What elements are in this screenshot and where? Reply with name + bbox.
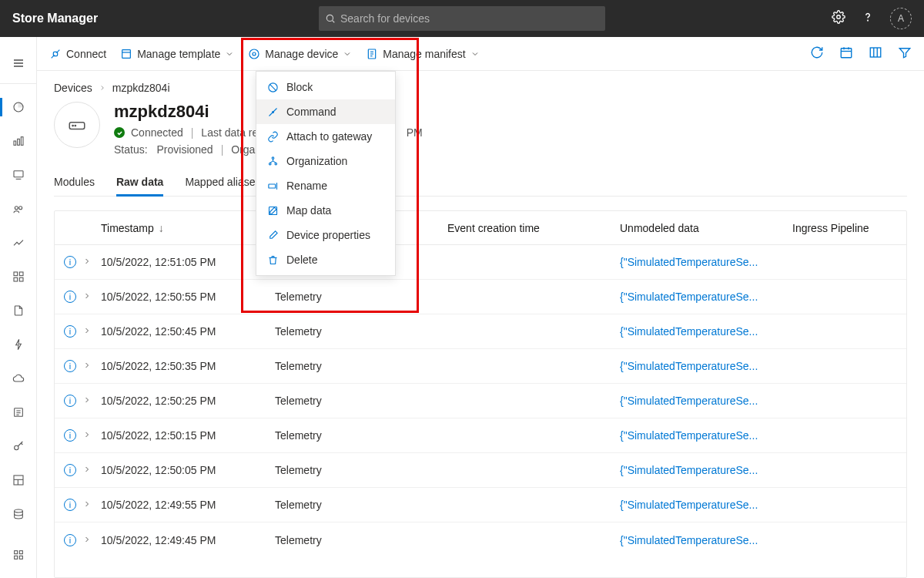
unmodeled-link[interactable]: {"SimulatedTemperatureSe... [620,360,758,372]
last-data-suffix: PM [407,126,423,139]
table-row[interactable]: i 10/5/2022, 12:50:55 PM Telemetry {"Sim… [55,280,906,314]
sidebar-item-list[interactable] [0,395,37,429]
menu-rename[interactable]: Rename [256,173,395,198]
menu-rename-label: Rename [286,180,327,192]
table-row[interactable]: i 10/5/2022, 12:49:45 PM Telemetry {"Sim… [55,523,906,557]
sidebar-item-grid[interactable] [0,260,37,294]
info-icon[interactable]: i [64,256,76,268]
info-icon[interactable]: i [64,464,76,476]
refresh-icon[interactable] [810,45,824,62]
menu-block[interactable]: Block [256,75,395,99]
menu-properties[interactable]: Device properties [256,223,395,247]
avatar-initial: A [898,13,904,24]
avatar[interactable]: A [890,8,912,29]
menu-attach-label: Attach to gateway [286,130,372,143]
expand-icon[interactable] [82,499,92,511]
sidebar-item-apps[interactable] [0,538,37,572]
table-row[interactable]: i 10/5/2022, 12:50:15 PM Telemetry {"Sim… [55,418,906,453]
help-icon[interactable] [861,10,875,27]
expand-icon[interactable] [82,395,92,407]
info-icon[interactable]: i [64,291,76,303]
info-icon[interactable]: i [64,429,76,442]
svg-point-51 [75,125,75,126]
sidebar-item-power[interactable] [0,328,37,361]
menu-attach[interactable]: Attach to gateway [256,124,395,149]
col-timestamp[interactable]: Timestamp↓ [101,222,275,234]
svg-point-2 [837,15,841,19]
meta-sep: | [221,143,224,156]
sidebar-item-key[interactable] [0,429,37,463]
unmodeled-link[interactable]: {"SimulatedTemperatureSe... [620,534,758,546]
unmodeled-link[interactable]: {"SimulatedTemperatureSe... [620,256,758,268]
cell-unmodeled: {"SimulatedTemperatureSe... [620,325,792,338]
svg-rect-24 [14,476,23,485]
sidebar-item-layout[interactable] [0,463,37,497]
manage-manifest-button[interactable]: Manage manifest [366,48,479,60]
unmodeled-link[interactable]: {"SimulatedTemperatureSe... [620,395,758,407]
connect-button[interactable]: Connect [49,48,106,60]
table-row[interactable]: i 10/5/2022, 12:50:45 PM Telemetry {"Sim… [55,314,906,349]
info-icon[interactable]: i [64,395,76,407]
menu-map-data[interactable]: Map data [256,198,395,223]
svg-rect-31 [19,556,22,559]
filter-icon[interactable] [898,45,912,62]
expand-icon[interactable] [82,464,92,476]
expand-icon[interactable] [82,256,92,268]
info-icon[interactable]: i [64,499,76,511]
unmodeled-link[interactable]: {"SimulatedTemperatureSe... [620,429,758,442]
info-icon[interactable]: i [64,534,76,546]
table-row[interactable]: i 10/5/2022, 12:49:55 PM Telemetry {"Sim… [55,488,906,523]
table-row[interactable]: i 10/5/2022, 12:50:25 PM Telemetry {"Sim… [55,384,906,418]
expand-icon[interactable] [82,360,92,372]
svg-point-23 [14,445,18,449]
cell-timestamp: 10/5/2022, 12:50:25 PM [101,395,275,407]
unmodeled-link[interactable]: {"SimulatedTemperatureSe... [620,499,758,511]
menu-command[interactable]: Command [256,99,395,124]
hamburger-icon[interactable] [0,46,36,80]
unmodeled-link[interactable]: {"SimulatedTemperatureSe... [620,291,758,303]
info-icon[interactable]: i [64,325,76,338]
col-event-time[interactable]: Event creation time [447,222,620,234]
svg-rect-15 [14,272,18,276]
info-icon[interactable]: i [64,360,76,372]
menu-delete-label: Delete [286,254,317,266]
meta-sep: | [191,126,194,139]
command-bar-right [810,45,912,62]
sidebar-item-devices[interactable] [0,158,37,192]
manage-device-button[interactable]: Manage device [248,48,352,60]
sidebar-item-cloud[interactable] [0,361,37,395]
search-input[interactable]: Search for devices [319,6,605,31]
columns-icon[interactable] [869,45,882,62]
cell-timestamp: 10/5/2022, 12:50:05 PM [101,464,275,476]
sidebar-item-document[interactable] [0,294,37,328]
unmodeled-link[interactable]: {"SimulatedTemperatureSe... [620,325,758,338]
sidebar-item-trend[interactable] [0,226,37,260]
menu-organization[interactable]: Organization [256,149,395,173]
settings-icon[interactable] [832,10,845,27]
table-row[interactable]: i 10/5/2022, 12:50:05 PM Telemetry {"Sim… [55,453,906,488]
expand-icon[interactable] [82,534,92,546]
sidebar-item-analytics[interactable] [0,124,37,158]
col-ingress[interactable]: Ingress Pipeline [792,222,906,234]
sidebar-item-dashboard[interactable] [0,90,37,124]
expand-icon[interactable] [82,429,92,442]
tab-modules[interactable]: Modules [54,170,95,196]
sidebar-item-groups[interactable] [0,192,37,226]
cell-unmodeled: {"SimulatedTemperatureSe... [620,291,792,303]
unmodeled-link[interactable]: {"SimulatedTemperatureSe... [620,464,758,476]
search-icon [325,13,336,24]
table-row[interactable]: i 10/5/2022, 12:51:05 PM {"SimulatedTemp… [55,245,906,280]
tab-mapped-aliases[interactable]: Mapped aliases [185,170,260,196]
breadcrumb-root[interactable]: Devices [54,82,92,94]
sidebar-item-data[interactable] [0,497,37,531]
main: Connect Manage template Manage device Ma… [37,37,924,578]
expand-icon[interactable] [82,325,92,338]
calendar-icon[interactable] [839,45,853,62]
manage-template-button[interactable]: Manage template [120,48,234,60]
expand-icon[interactable] [82,291,92,303]
status-value: Provisioned [156,143,213,156]
table-row[interactable]: i 10/5/2022, 12:50:35 PM Telemetry {"Sim… [55,349,906,384]
tab-raw-data[interactable]: Raw data [116,170,163,196]
col-unmodeled[interactable]: Unmodeled data [620,222,792,234]
menu-delete[interactable]: Delete [256,247,395,272]
